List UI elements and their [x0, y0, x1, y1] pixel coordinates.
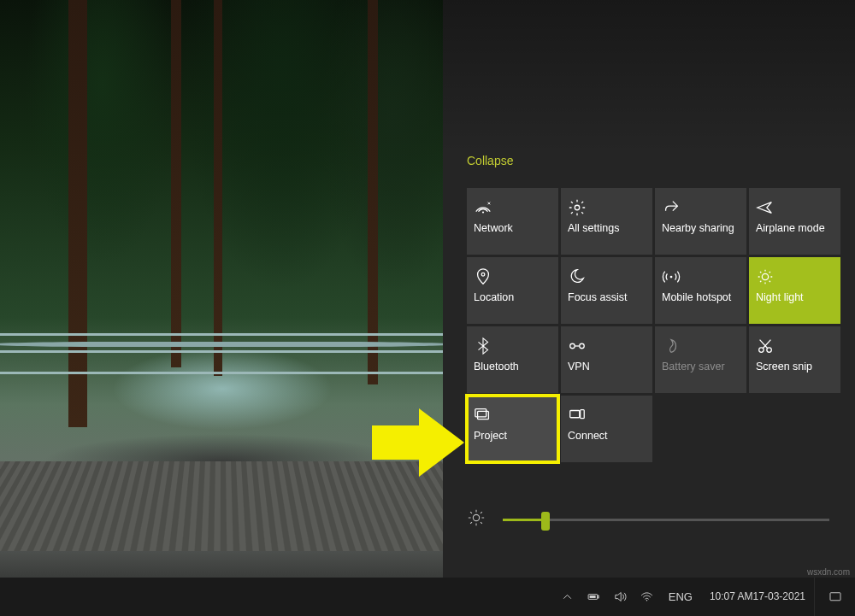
share-icon — [662, 193, 740, 222]
svg-point-1 — [575, 205, 580, 210]
svg-rect-12 — [581, 410, 585, 419]
airplane-icon — [756, 193, 834, 222]
tile-battery-saver: Battery saver — [655, 326, 746, 393]
tile-label: Airplane mode — [756, 222, 834, 234]
collapse-link[interactable]: Collapse — [467, 154, 513, 167]
tray-volume-icon[interactable] — [607, 578, 634, 616]
svg-point-2 — [481, 273, 485, 276]
tile-label: All settings — [568, 222, 646, 234]
gear-icon — [568, 193, 646, 222]
battery-icon — [662, 331, 740, 361]
project-icon — [474, 401, 551, 430]
tile-label: Screen snip — [756, 361, 834, 373]
tile-label: Connect — [568, 430, 646, 442]
brightness-slider-row — [467, 507, 829, 532]
bluetooth-icon — [474, 331, 551, 361]
tile-label: VPN — [568, 361, 646, 373]
brightness-icon — [467, 508, 486, 531]
svg-rect-9 — [478, 411, 489, 419]
desktop-wallpaper — [0, 0, 443, 578]
location-icon — [474, 262, 551, 291]
tile-label: Night light — [756, 291, 834, 303]
tile-mobile-hotspot[interactable]: Mobile hotspot — [655, 257, 746, 324]
action-center-button[interactable] — [814, 578, 855, 616]
svg-rect-19 — [830, 592, 840, 600]
hotspot-icon — [662, 262, 740, 291]
svg-rect-10 — [475, 409, 486, 417]
svg-rect-17 — [589, 595, 595, 598]
system-tray: ENG 10:07 AM 17-03-2021 — [554, 578, 855, 616]
tile-focus-assist[interactable]: Focus assist — [561, 257, 652, 324]
quick-action-tiles: Network All settings Nearby sharing Airp… — [467, 188, 840, 462]
tray-battery-icon[interactable] — [581, 578, 607, 616]
clock[interactable]: 10:07 AM 17-03-2021 — [701, 578, 814, 616]
tile-project[interactable]: Project — [467, 396, 558, 462]
tile-label: Battery saver — [662, 361, 740, 373]
network-icon — [474, 193, 551, 222]
tile-label: Focus assist — [568, 291, 646, 303]
svg-rect-11 — [570, 411, 580, 418]
snip-icon — [756, 331, 834, 361]
tile-label: Mobile hotspot — [662, 291, 740, 303]
connect-icon — [568, 401, 646, 430]
clock-time: 10:07 AM — [710, 590, 753, 603]
tile-connect[interactable]: Connect — [561, 396, 652, 462]
watermark: wsxdn.com — [807, 567, 850, 577]
tile-nearby-sharing[interactable]: Nearby sharing — [655, 188, 746, 255]
tile-label: Network — [474, 222, 551, 234]
tile-vpn[interactable]: VPN — [561, 326, 652, 393]
tile-bluetooth[interactable]: Bluetooth — [467, 326, 558, 393]
tile-network[interactable]: Network — [467, 188, 558, 255]
moon-icon — [568, 262, 646, 291]
tile-screen-snip[interactable]: Screen snip — [749, 326, 840, 393]
tile-label: Nearby sharing — [662, 222, 740, 234]
tile-location[interactable]: Location — [467, 257, 558, 324]
svg-point-6 — [580, 343, 585, 349]
language-indicator[interactable]: ENG — [660, 578, 701, 616]
svg-rect-16 — [597, 595, 598, 598]
brightness-slider[interactable] — [503, 519, 829, 521]
action-center-panel: Collapse Network All settings Nearby sha… — [443, 0, 855, 578]
tile-night-light[interactable]: Night light — [749, 257, 840, 324]
svg-point-18 — [646, 600, 647, 601]
tile-label: Location — [474, 291, 551, 303]
tray-chevron-up-icon[interactable] — [554, 578, 581, 616]
tray-wifi-icon[interactable] — [634, 578, 660, 616]
svg-point-13 — [473, 514, 479, 520]
taskbar: ENG 10:07 AM 17-03-2021 — [0, 578, 855, 616]
nightlight-icon — [756, 262, 834, 291]
svg-point-3 — [670, 276, 673, 279]
tile-label: Project — [474, 430, 551, 442]
tile-airplane-mode[interactable]: Airplane mode — [749, 188, 840, 255]
svg-point-4 — [762, 273, 768, 279]
tile-all-settings[interactable]: All settings — [561, 188, 652, 255]
svg-point-0 — [482, 211, 484, 213]
tile-label: Bluetooth — [474, 361, 551, 373]
vpn-icon — [568, 331, 646, 361]
clock-date: 17-03-2021 — [753, 590, 805, 603]
svg-point-5 — [570, 343, 575, 349]
